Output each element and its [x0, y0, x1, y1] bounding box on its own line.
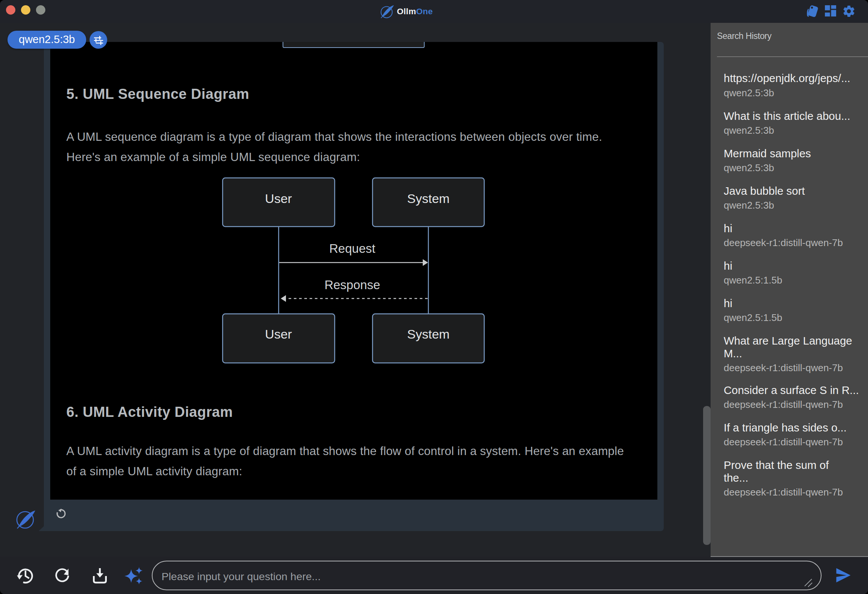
svg-text:System: System	[407, 191, 449, 206]
svg-text:User: User	[265, 327, 292, 341]
svg-text:Request: Request	[329, 242, 376, 255]
svg-text:System: System	[407, 327, 449, 341]
svg-text:User: User	[265, 191, 292, 206]
svg-text:Response: Response	[325, 278, 380, 292]
